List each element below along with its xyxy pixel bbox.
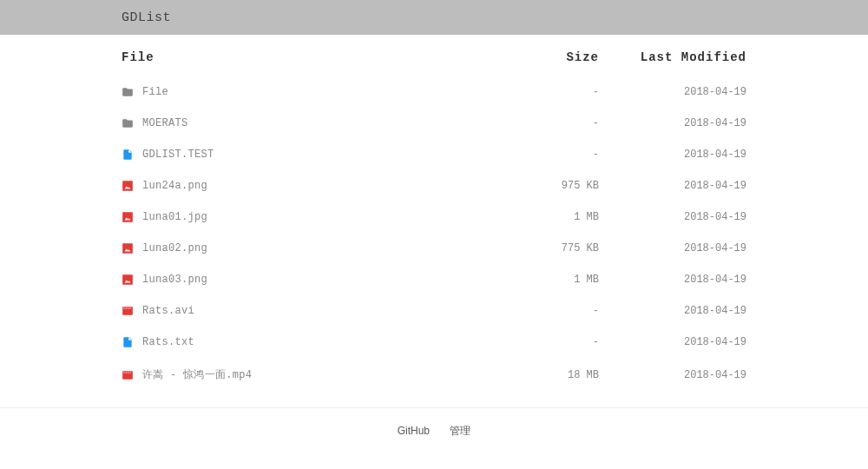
- table-header: File Size Last Modified: [122, 50, 746, 76]
- file-name: GDLIST.TEST: [142, 149, 214, 161]
- file-name: MOERATS: [142, 117, 188, 129]
- svg-rect-2: [122, 243, 133, 254]
- column-header-modified: Last Modified: [599, 50, 746, 64]
- file-size: 1 MB: [512, 274, 599, 286]
- file-listing: File Size Last Modified File-2018-04-19M…: [122, 35, 746, 392]
- svg-rect-6: [126, 308, 127, 309]
- file-name: File: [142, 86, 168, 98]
- file-size: 775 KB: [512, 242, 599, 254]
- column-header-size: Size: [512, 50, 599, 64]
- file-modified: 2018-04-19: [599, 86, 746, 98]
- svg-rect-1: [122, 212, 133, 222]
- file-name: Rats.avi: [142, 305, 194, 317]
- file-row[interactable]: File-2018-04-19: [122, 76, 746, 108]
- folder-icon: [122, 117, 134, 129]
- file-row[interactable]: Rats.avi-2018-04-19: [122, 295, 746, 327]
- footer-github-link[interactable]: GitHub: [398, 425, 430, 437]
- svg-rect-12: [128, 372, 128, 373]
- svg-rect-0: [122, 181, 133, 191]
- doc-icon: [122, 336, 134, 348]
- file-modified: 2018-04-19: [599, 242, 746, 254]
- file-size: 975 KB: [512, 180, 599, 192]
- file-modified: 2018-04-19: [599, 369, 746, 381]
- svg-rect-8: [129, 308, 130, 309]
- file-modified: 2018-04-19: [599, 117, 746, 129]
- file-row[interactable]: GDLIST.TEST-2018-04-19: [122, 139, 746, 170]
- app-title: GDList: [122, 10, 171, 25]
- svg-rect-13: [129, 372, 130, 373]
- doc-icon: [122, 149, 134, 161]
- file-modified: 2018-04-19: [599, 336, 746, 348]
- file-size: -: [512, 336, 599, 348]
- svg-rect-5: [123, 308, 124, 309]
- image-icon: [122, 180, 134, 192]
- file-modified: 2018-04-19: [599, 211, 746, 223]
- svg-rect-7: [128, 308, 128, 309]
- svg-rect-10: [123, 372, 124, 373]
- file-size: -: [512, 117, 599, 129]
- file-modified: 2018-04-19: [599, 305, 746, 317]
- column-header-file: File: [122, 50, 512, 64]
- footer-admin-link[interactable]: 管理: [450, 425, 470, 437]
- video-icon: [122, 305, 134, 317]
- video-icon: [122, 369, 134, 381]
- file-row[interactable]: luna03.png1 MB2018-04-19: [122, 264, 746, 295]
- file-size: -: [512, 149, 599, 161]
- file-name: Rats.txt: [142, 336, 194, 348]
- image-icon: [122, 274, 134, 286]
- file-name: luna01.jpg: [142, 211, 207, 223]
- file-size: -: [512, 305, 599, 317]
- image-icon: [122, 242, 134, 254]
- file-row[interactable]: luna01.jpg1 MB2018-04-19: [122, 201, 746, 233]
- file-name: luna03.png: [142, 274, 207, 286]
- file-name: luna02.png: [142, 242, 207, 254]
- file-row[interactable]: 许嵩 - 惊鸿一面.mp418 MB2018-04-19: [122, 358, 746, 392]
- svg-rect-3: [122, 274, 133, 285]
- file-modified: 2018-04-19: [599, 274, 746, 286]
- file-row[interactable]: luna02.png775 KB2018-04-19: [122, 233, 746, 264]
- file-modified: 2018-04-19: [599, 180, 746, 192]
- folder-icon: [122, 86, 134, 98]
- svg-rect-11: [126, 372, 127, 373]
- file-modified: 2018-04-19: [599, 149, 746, 161]
- file-row[interactable]: MOERATS-2018-04-19: [122, 108, 746, 139]
- image-icon: [122, 211, 134, 223]
- header-bar: GDList: [0, 0, 868, 35]
- file-row[interactable]: lun24a.png975 KB2018-04-19: [122, 170, 746, 201]
- file-size: -: [512, 86, 599, 98]
- footer: GitHub 管理: [0, 408, 868, 459]
- file-name: lun24a.png: [142, 180, 207, 192]
- file-size: 18 MB: [512, 369, 599, 381]
- file-size: 1 MB: [512, 211, 599, 223]
- file-name: 许嵩 - 惊鸿一面.mp4: [142, 367, 252, 382]
- file-row[interactable]: Rats.txt-2018-04-19: [122, 327, 746, 358]
